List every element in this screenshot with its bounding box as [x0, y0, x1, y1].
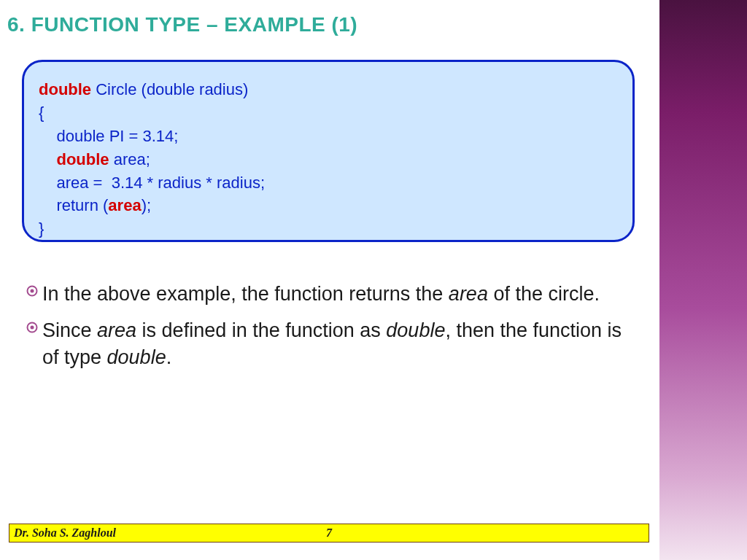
text-emph-area: area	[449, 283, 488, 305]
bullet-text: Since area is defined in the function as…	[42, 317, 627, 370]
text-emph-double: double	[107, 346, 166, 368]
slide: 6. FUNCTION TYPE – EXAMPLE (1) double Ci…	[0, 0, 747, 560]
text-run: is defined in the function as	[136, 319, 386, 341]
slide-title: 6. FUNCTION TYPE – EXAMPLE (1)	[7, 13, 357, 36]
code-text: );	[142, 196, 151, 214]
footer-author: Dr. Soha S. Zaghloul	[14, 526, 116, 540]
code-line-1: double Circle (double radius)	[39, 78, 618, 101]
text-run: of the circle.	[488, 283, 600, 305]
svg-point-3	[31, 326, 34, 330]
footer-bar: Dr. Soha S. Zaghloul 7	[9, 524, 649, 542]
text-run: In the above example, the function retur…	[42, 283, 449, 305]
side-gradient-decoration	[659, 0, 747, 560]
code-text: return (	[39, 196, 108, 214]
text-run: Since	[42, 319, 97, 341]
svg-point-1	[31, 289, 34, 293]
code-line-4: double area;	[39, 148, 618, 171]
text-run: .	[166, 346, 172, 368]
code-line-5: area = 3.14 * radius * radius;	[39, 171, 618, 195]
code-box: double Circle (double radius) { double P…	[22, 60, 635, 242]
footer-page-number: 7	[326, 526, 332, 540]
bullet-marker-icon	[22, 285, 42, 297]
keyword-double: double	[56, 150, 109, 168]
text-emph-double: double	[386, 319, 445, 341]
code-line-6: return (area);	[39, 194, 618, 217]
bullet-item-1: In the above example, the function retur…	[22, 281, 627, 307]
code-line-3: double PI = 3.14;	[39, 125, 618, 148]
bullet-list: In the above example, the function retur…	[22, 281, 627, 381]
code-indent	[39, 150, 56, 168]
bullet-marker-icon	[22, 322, 42, 333]
bullet-text: In the above example, the function retur…	[42, 281, 627, 307]
code-text: area;	[109, 150, 150, 168]
code-text: Circle (double radius)	[91, 80, 248, 98]
bullet-item-2: Since area is defined in the function as…	[22, 317, 627, 370]
code-line-2: {	[39, 101, 618, 125]
return-var-area: area	[108, 196, 141, 214]
code-line-7: }	[39, 217, 618, 241]
text-emph-area: area	[97, 319, 136, 341]
keyword-double: double	[39, 80, 91, 98]
